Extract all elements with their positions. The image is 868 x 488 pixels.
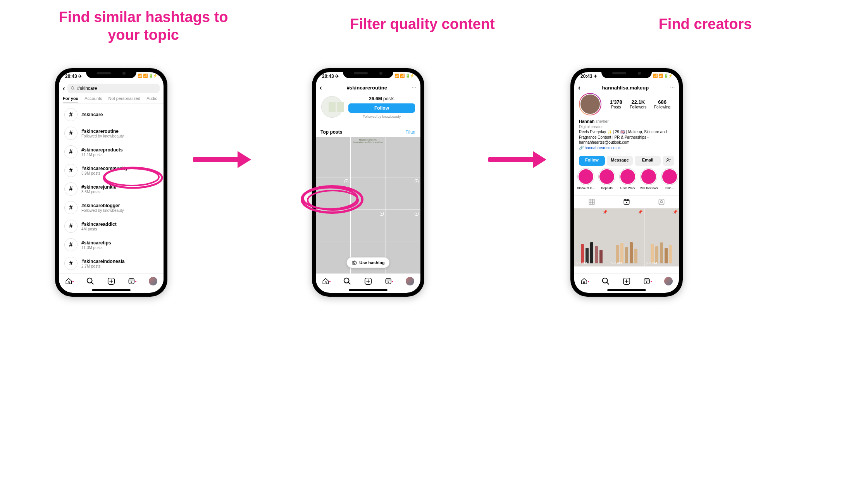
nav-create-icon[interactable]: [622, 277, 631, 285]
highlight[interactable]: UGC Work: [618, 168, 637, 190]
back-button[interactable]: ‹: [63, 84, 65, 93]
nav-home-icon[interactable]: [65, 277, 74, 285]
nav-create-icon[interactable]: [107, 277, 115, 285]
nav-search-icon[interactable]: [86, 277, 95, 285]
post-cell[interactable]: [351, 177, 385, 210]
nav-search-icon[interactable]: [343, 277, 351, 285]
pin-icon: 📌: [603, 210, 607, 214]
post-cell[interactable]: [386, 210, 420, 242]
back-button[interactable]: ‹: [578, 84, 580, 92]
svg-rect-30: [589, 199, 594, 204]
use-hashtag-button[interactable]: Use hashtag: [346, 257, 389, 268]
phone-notch: [601, 68, 652, 78]
highlight[interactable]: Discount C...: [577, 168, 595, 190]
more-button[interactable]: ···: [670, 86, 675, 90]
search-input[interactable]: #skincare: [67, 84, 160, 93]
nav-home-icon[interactable]: [580, 277, 589, 285]
post-grid: Medizinisches vs. kosmetisches Microneed…: [316, 137, 420, 274]
phone-notch: [343, 68, 393, 78]
profile-username: hannahlisa.makeup: [602, 85, 649, 91]
svg-point-17: [344, 278, 349, 283]
home-indicator: [607, 289, 646, 291]
svg-point-0: [71, 87, 74, 89]
hashtag-row[interactable]: ##skincareaddict4M posts: [59, 217, 164, 235]
home-indicator: [92, 289, 131, 291]
hashtag-row[interactable]: ##skincarebloggerFollowed by knowbeauty: [59, 198, 164, 217]
post-cell[interactable]: Medizinisches vs. kosmetisches Microneed…: [351, 137, 385, 177]
phone-profile: 20:43 ✈ 📶 📶 🔋⚡ ‹ hannahlisa.makeup ··· 1…: [570, 68, 683, 297]
nav-reels-icon[interactable]: [128, 277, 136, 285]
svg-rect-22: [386, 278, 391, 284]
svg-line-3: [91, 282, 94, 284]
nav-profile-icon[interactable]: [664, 277, 673, 285]
follow-button[interactable]: Follow: [579, 156, 605, 166]
highlight[interactable]: Mini Reviews: [639, 168, 658, 190]
nav-reels-icon[interactable]: [643, 277, 652, 285]
profile-stats: 1'378Posts 22.1KFollowers 686Following: [606, 99, 674, 109]
hash-icon: #: [64, 220, 78, 233]
tab-audio[interactable]: Audio: [146, 96, 157, 101]
bottom-nav: [316, 273, 420, 288]
nav-reels-icon[interactable]: [385, 277, 393, 285]
follow-button[interactable]: Follow: [348, 103, 415, 113]
pin-icon: 📌: [638, 210, 642, 214]
stat-followers[interactable]: 22.1KFollowers: [630, 99, 646, 109]
post-cell[interactable]: [316, 177, 350, 210]
home-indicator: [349, 289, 388, 291]
profile-link[interactable]: 🔗 hannahheartss.co.uk: [579, 145, 674, 151]
hashtag-row[interactable]: ##skincareindonesia2.7M posts: [59, 254, 164, 273]
back-button[interactable]: ‹: [320, 84, 322, 92]
nav-profile-icon[interactable]: [406, 277, 414, 285]
post-cell[interactable]: [316, 242, 350, 274]
nav-home-icon[interactable]: [322, 277, 331, 285]
phone-notch: [86, 68, 136, 78]
tab-for-you[interactable]: For you: [63, 96, 78, 103]
filter-button[interactable]: Filter: [405, 129, 416, 135]
hashtag-row[interactable]: ##skincaretips11.3M posts: [59, 235, 164, 254]
profile-avatar[interactable]: [579, 93, 601, 115]
post-cell[interactable]: [316, 137, 350, 177]
reel-cell[interactable]: 📌 ▷ 3.3M: [609, 208, 644, 266]
more-button[interactable]: ···: [412, 86, 417, 90]
message-button[interactable]: Message: [607, 156, 633, 166]
section-top-posts: Top posts: [320, 129, 342, 135]
nav-search-icon[interactable]: [601, 277, 610, 285]
arrow-2: [488, 148, 550, 171]
tab-not-personalized[interactable]: Not personalized: [108, 96, 141, 101]
status-time: 20:43 ✈: [580, 74, 598, 81]
stat-following[interactable]: 686Following: [654, 99, 670, 109]
hashtag-row[interactable]: ##skincarecommunity3.9M posts: [59, 161, 164, 180]
heading-filter-content: Filter quality content: [314, 15, 531, 33]
reel-cell[interactable]: 📌 ▷ 2.9M: [644, 208, 679, 266]
tab-grid-icon[interactable]: [574, 196, 609, 209]
tab-reels-icon[interactable]: [609, 196, 644, 209]
hashtag-row[interactable]: ##skincareroutineFollowed by knowbeauty: [59, 124, 164, 143]
post-cell[interactable]: [386, 242, 420, 274]
post-cell[interactable]: [386, 137, 420, 177]
nav-create-icon[interactable]: [364, 277, 372, 285]
post-cell[interactable]: [386, 177, 420, 210]
followed-by: Followed by knowbeauty: [348, 115, 415, 119]
page-title: #skincareroutine: [347, 85, 387, 91]
post-cell[interactable]: [316, 210, 350, 242]
hashtag-row[interactable]: ##skincare: [59, 105, 164, 124]
reel-cell[interactable]: 📌 ▷ 2.2M: [574, 208, 609, 266]
hash-icon: #: [64, 108, 78, 121]
post-cell[interactable]: [351, 210, 385, 242]
highlight[interactable]: Reposts: [598, 168, 616, 190]
nav-profile-icon[interactable]: [149, 277, 157, 285]
stat-posts[interactable]: 1'378Posts: [610, 99, 622, 109]
reels-grid: 📌 ▷ 2.2M 📌 ▷ 3.3M 📌 ▷ 2.9M: [574, 208, 679, 274]
hash-icon: #: [64, 257, 78, 270]
highlight[interactable]: Skin...: [660, 168, 679, 190]
status-icons: 📶 📶 🔋⚡: [138, 74, 157, 81]
hashtag-row[interactable]: ##skincarejunkie3.5M posts: [59, 180, 164, 198]
hashtag-thumbnail: [321, 96, 343, 118]
bottom-nav: [574, 273, 679, 288]
hash-icon: #: [64, 238, 78, 251]
tab-accounts[interactable]: Accounts: [84, 96, 102, 101]
hashtag-row[interactable]: ##skincareproducts11.1M posts: [59, 143, 164, 161]
suggested-button[interactable]: [663, 156, 674, 166]
email-button[interactable]: Email: [635, 156, 661, 166]
tab-tagged-icon[interactable]: [644, 196, 679, 209]
